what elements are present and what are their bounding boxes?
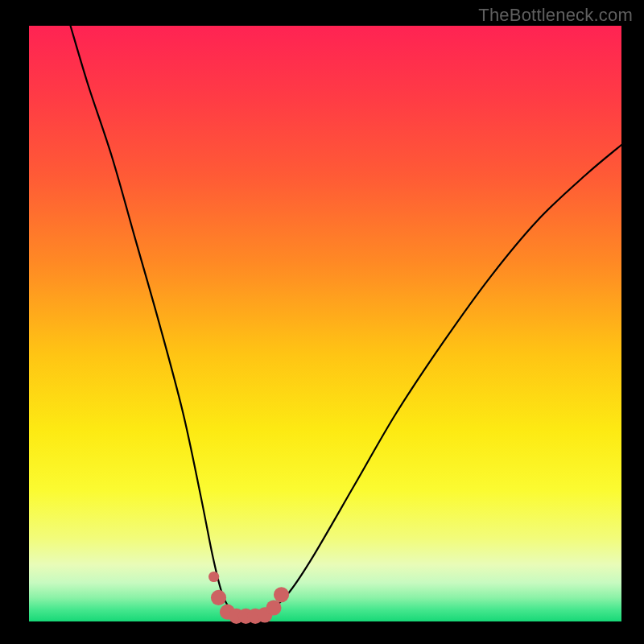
bottleneck-chart — [0, 0, 644, 644]
trough-marker-dot — [274, 587, 289, 602]
trough-marker-dot — [208, 572, 219, 582]
chart-frame: TheBottleneck.com — [0, 0, 644, 644]
plot-background — [29, 26, 621, 621]
watermark-text: TheBottleneck.com — [478, 5, 633, 26]
trough-marker-dot — [211, 590, 226, 605]
trough-marker-dot — [266, 600, 281, 615]
